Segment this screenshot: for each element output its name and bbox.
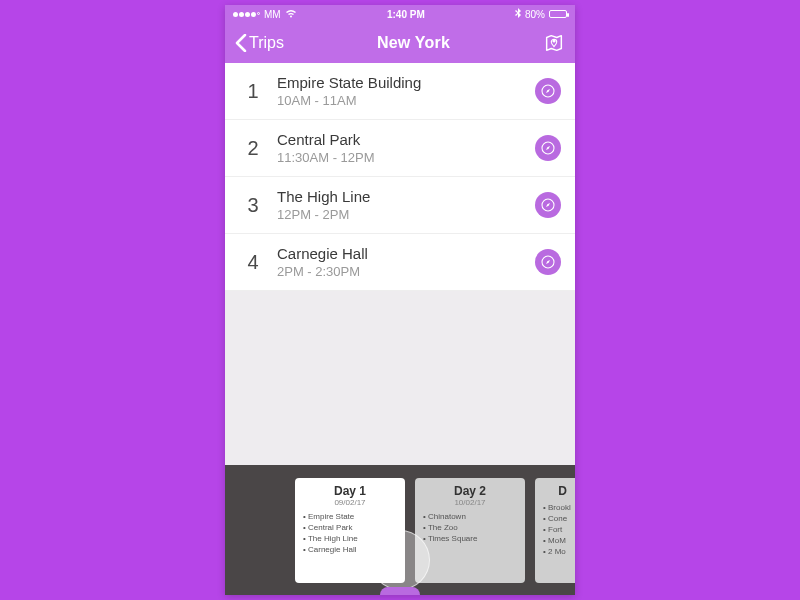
list-item[interactable]: 2 Central Park 11:30AM - 12PM bbox=[225, 120, 575, 177]
chevron-left-icon bbox=[235, 34, 247, 52]
stop-title: Empire State Building bbox=[277, 74, 535, 91]
day-card[interactable]: Day 2 10/02/17 Chinatown The Zoo Times S… bbox=[415, 478, 525, 583]
stop-title: Central Park bbox=[277, 131, 535, 148]
list-item[interactable]: 3 The High Line 12PM - 2PM bbox=[225, 177, 575, 234]
status-bar: MM 1:40 PM 80% bbox=[225, 5, 575, 23]
navigate-button[interactable] bbox=[535, 135, 561, 161]
list-item[interactable]: 4 Carnegie Hall 2PM - 2:30PM bbox=[225, 234, 575, 291]
list-item[interactable]: 1 Empire State Building 10AM - 11AM bbox=[225, 63, 575, 120]
battery-pct: 80% bbox=[525, 9, 545, 20]
navigate-button[interactable] bbox=[535, 78, 561, 104]
day-label: D bbox=[543, 484, 575, 498]
stop-text: Carnegie Hall 2PM - 2:30PM bbox=[277, 245, 535, 279]
battery-icon bbox=[549, 10, 567, 18]
back-label: Trips bbox=[249, 34, 284, 52]
nav-bar: Trips New York bbox=[225, 23, 575, 63]
svg-point-0 bbox=[553, 40, 556, 43]
day-card[interactable]: Day 1 09/02/17 Empire State Central Park… bbox=[295, 478, 405, 583]
compass-icon bbox=[540, 140, 556, 156]
back-button[interactable]: Trips bbox=[235, 34, 284, 52]
stop-number: 1 bbox=[239, 80, 267, 103]
page-title: New York bbox=[377, 34, 450, 52]
compass-icon bbox=[540, 254, 556, 270]
day-selector[interactable]: Day 1 09/02/17 Empire State Central Park… bbox=[225, 465, 575, 595]
drawer-handle[interactable] bbox=[380, 587, 420, 595]
stop-time: 10AM - 11AM bbox=[277, 93, 535, 108]
stop-number: 4 bbox=[239, 251, 267, 274]
day-label: Day 1 bbox=[303, 484, 397, 498]
stop-time: 2PM - 2:30PM bbox=[277, 264, 535, 279]
stop-number: 3 bbox=[239, 194, 267, 217]
stop-text: Central Park 11:30AM - 12PM bbox=[277, 131, 535, 165]
day-items: Brookl Cone Fort MoM 2 Mo bbox=[543, 502, 575, 558]
stop-title: The High Line bbox=[277, 188, 535, 205]
stop-text: Empire State Building 10AM - 11AM bbox=[277, 74, 535, 108]
signal-dots-icon bbox=[233, 12, 260, 17]
stop-time: 11:30AM - 12PM bbox=[277, 150, 535, 165]
day-items: Empire State Central Park The High Line … bbox=[303, 511, 397, 556]
status-left: MM bbox=[233, 9, 297, 20]
wifi-icon bbox=[285, 9, 297, 20]
status-time: 1:40 PM bbox=[387, 9, 425, 20]
stops-list: 1 Empire State Building 10AM - 11AM 2 Ce… bbox=[225, 63, 575, 291]
day-date: 10/02/17 bbox=[423, 498, 517, 507]
stop-number: 2 bbox=[239, 137, 267, 160]
day-date: 09/02/17 bbox=[303, 498, 397, 507]
compass-icon bbox=[540, 83, 556, 99]
day-card[interactable]: D Brookl Cone Fort MoM 2 Mo bbox=[535, 478, 575, 583]
map-button[interactable] bbox=[543, 32, 565, 54]
day-label: Day 2 bbox=[423, 484, 517, 498]
stop-title: Carnegie Hall bbox=[277, 245, 535, 262]
status-right: 80% bbox=[515, 8, 567, 20]
carrier-label: MM bbox=[264, 9, 281, 20]
navigate-button[interactable] bbox=[535, 192, 561, 218]
map-icon bbox=[543, 32, 565, 54]
stop-time: 12PM - 2PM bbox=[277, 207, 535, 222]
stop-text: The High Line 12PM - 2PM bbox=[277, 188, 535, 222]
phone-frame: MM 1:40 PM 80% Trips New York 1 bbox=[225, 5, 575, 595]
compass-icon bbox=[540, 197, 556, 213]
bluetooth-icon bbox=[515, 8, 521, 20]
day-items: Chinatown The Zoo Times Square bbox=[423, 511, 517, 545]
navigate-button[interactable] bbox=[535, 249, 561, 275]
